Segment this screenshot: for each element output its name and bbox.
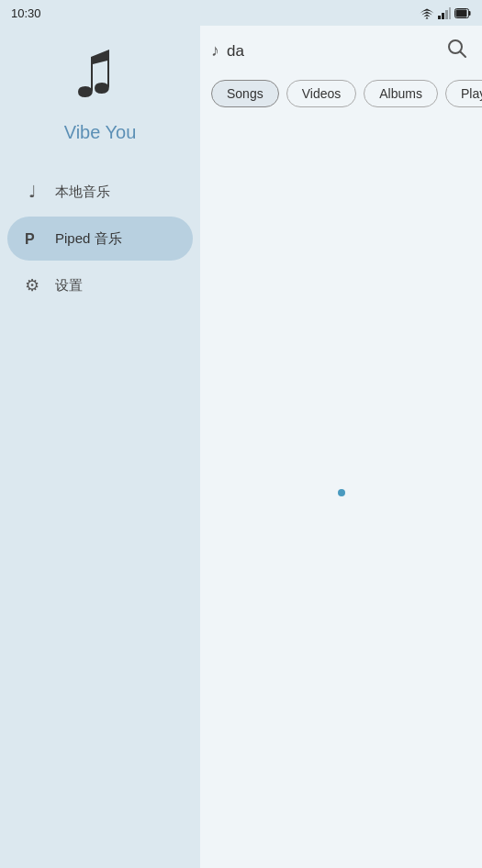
search-icon	[447, 42, 467, 62]
app-name: Vibe You	[64, 122, 137, 143]
sidebar-nav: ♩ 本地音乐 P Piped 音乐 ⚙ 设置	[0, 169, 200, 308]
filter-tab-playlists[interactable]: Playlists	[445, 80, 482, 107]
gear-icon: ⚙	[22, 275, 42, 295]
sidebar: Vibe You ♩ 本地音乐 P Piped 音乐 ⚙ 设置	[0, 26, 200, 868]
music-note-icon: ♩	[22, 182, 42, 202]
svg-line-9	[461, 52, 466, 58]
svg-rect-1	[442, 13, 444, 19]
content-area: ♪ Songs Videos Albums Playlists	[200, 26, 482, 868]
sidebar-item-local-music[interactable]: ♩ 本地音乐	[7, 169, 193, 215]
sidebar-item-piped-music-label: Piped 音乐	[55, 230, 122, 248]
svg-rect-2	[445, 10, 448, 19]
battery-icon	[454, 8, 471, 18]
loading-dot	[338, 489, 345, 496]
sidebar-item-local-music-label: 本地音乐	[55, 184, 110, 201]
svg-rect-5	[469, 11, 471, 16]
sidebar-item-settings[interactable]: ⚙ 设置	[7, 262, 193, 308]
search-button[interactable]	[443, 35, 471, 67]
svg-rect-0	[438, 16, 441, 19]
status-icons	[420, 7, 471, 19]
signal-icon	[438, 7, 451, 19]
wifi-icon	[420, 7, 434, 19]
filter-tabs: Songs Videos Albums Playlists	[200, 76, 482, 117]
loading-area	[200, 117, 482, 868]
search-music-note-icon: ♪	[211, 41, 219, 61]
search-input[interactable]	[227, 42, 436, 61]
sidebar-item-piped-music[interactable]: P Piped 音乐	[7, 217, 193, 261]
search-bar: ♪	[200, 26, 482, 76]
status-time: 10:30	[11, 6, 41, 20]
status-bar: 10:30	[0, 0, 482, 26]
svg-rect-3	[449, 7, 451, 19]
svg-rect-6	[456, 9, 467, 17]
filter-tab-albums[interactable]: Albums	[364, 80, 438, 107]
piped-p-icon: P	[22, 229, 42, 248]
filter-tab-songs[interactable]: Songs	[211, 80, 279, 107]
svg-text:P: P	[25, 231, 35, 247]
sidebar-item-settings-label: 设置	[55, 277, 83, 295]
app-logo	[74, 44, 126, 115]
filter-tab-videos[interactable]: Videos	[286, 80, 357, 107]
main-layout: Vibe You ♩ 本地音乐 P Piped 音乐 ⚙ 设置	[0, 26, 482, 868]
